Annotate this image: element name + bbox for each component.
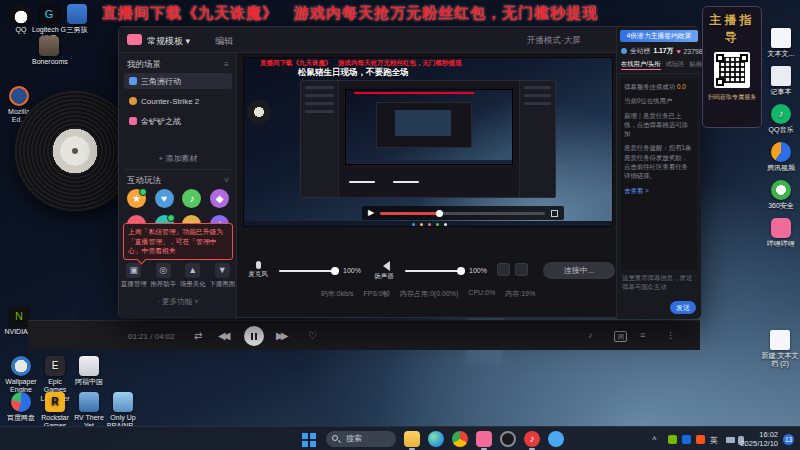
danmaku-message: 悬赏任务提醒：您有1条悬赏任务待发放奖励，点击前往社区查看任务详情链接。 (624, 143, 694, 180)
start-button[interactable] (302, 433, 308, 439)
nvidia-tray-icon[interactable] (668, 435, 677, 444)
stream-preview-canvas[interactable]: 直播间下载《九天诛魔》 游戏内每天抢万元粉丝红包，无门槛秒提现 松鼠猪生日现场，… (243, 57, 613, 227)
edit-button[interactable]: 编辑 (215, 35, 233, 48)
scenes-section-title: 我的场景 ≡ (127, 59, 229, 71)
edge-browser-icon[interactable] (428, 431, 444, 447)
anchor-signing-promo-banner[interactable]: 4倍潜力主播签约政策 (620, 30, 698, 42)
qq-taskbar-icon[interactable] (548, 431, 564, 447)
desktop-icon-afu[interactable]: 阿福中国 (72, 356, 106, 386)
desktop-icon-360[interactable]: 360安全 (764, 180, 798, 210)
desktop-icon-tencent-video[interactable]: 腾讯视频 (764, 142, 798, 172)
microphone-control[interactable]: 麦克风 (243, 261, 273, 279)
scene-icon (129, 97, 137, 105)
tray-app-icon[interactable] (682, 435, 691, 444)
tool-label: 推荐助手 (150, 280, 177, 289)
offline-screen-icon: ▼ (215, 263, 230, 278)
speaker-volume-slider[interactable] (405, 270, 461, 272)
danmaku-input-hint[interactable]: 这里显示弹幕信息，发送弹幕与观众互动 (617, 274, 701, 292)
desktop-icon-wallpaper-engine[interactable]: Wallpaper Engine (4, 356, 38, 395)
file-explorer-icon[interactable] (404, 431, 420, 447)
scenes-menu-icon[interactable]: ≡ (224, 59, 229, 71)
add-material-button[interactable]: + 添加素材 (119, 153, 237, 164)
desktop-icon-sannanhai[interactable]: 三男孩 (60, 4, 94, 34)
video-progress-bar (380, 212, 545, 215)
desktop-icon-qq-music[interactable]: ♪ QQ音乐 (764, 104, 798, 134)
interactive-feature-icon[interactable]: ◆ (210, 189, 229, 208)
cpu-status: CPU:0% (468, 289, 495, 299)
microphone-volume-slider[interactable] (279, 270, 335, 272)
desktop-icon-label: 阿福中国 (72, 378, 106, 386)
desktop-icon-bilibili[interactable]: 哔哩哔哩 (764, 218, 798, 248)
tray-app-icon[interactable] (696, 435, 705, 444)
more-options-icon[interactable]: ⋮ (666, 330, 675, 340)
send-button[interactable]: 发送 (670, 301, 696, 314)
connecting-button[interactable]: 连接中... (543, 262, 615, 279)
desktop-icon-notepad[interactable]: 记事本 (764, 66, 798, 96)
interactive-feature-icon[interactable]: ♪ (182, 189, 201, 208)
tab-trial-zone[interactable]: 试玩区 (666, 60, 685, 70)
memory-usage-status: 内存占用:0(0.00%) (400, 289, 458, 299)
preview-nested-app-window (300, 80, 556, 198)
desktop-icon-only-up[interactable]: Only Up BRAINR... (106, 392, 140, 431)
message-text: 弹幕服务连接成功 (624, 83, 675, 90)
stream-status-bar: 码率:0kb/s FPS:0帧 内存占用:0(0.00%) CPU:0% 内存:… (243, 289, 613, 299)
tool-live-manage[interactable]: ▣ 直播管理 (120, 263, 147, 289)
scene-template-selector[interactable]: 常规模板 ▾ (147, 35, 190, 48)
network-icon[interactable] (726, 437, 735, 443)
microphone-volume-value: 100% (343, 267, 361, 274)
collapse-chevron-icon[interactable]: ˅ (224, 175, 229, 187)
speaker-control[interactable]: 扬声器 (369, 261, 399, 281)
tray-expand-chevron-icon[interactable]: ˄ (652, 434, 657, 443)
desktop: QQ G Logitech G HUB 三男孩 Bonerooms Mozill… (0, 0, 800, 450)
previous-track-icon[interactable]: ◀◀ (218, 330, 227, 342)
desktop-icon-rockstar[interactable]: R Rockstar Games (38, 392, 72, 431)
preview-mic-slider (349, 181, 375, 183)
bilibili-tv-logo-icon (127, 34, 142, 45)
clock[interactable]: 16:02 2025/12/10 (740, 430, 778, 449)
lyrics-button[interactable]: 词 (614, 331, 627, 342)
interactive-feature-icon[interactable]: ♥ (155, 189, 174, 208)
fullscreen-icon (551, 210, 558, 217)
interactive-section-title: 互动玩法 ˅ (127, 175, 229, 187)
playlist-icon[interactable]: ≡ (640, 330, 645, 340)
scene-beautify-icon: ▲ (185, 263, 200, 278)
interactive-feature-icon[interactable]: ★ (127, 189, 146, 208)
more-features-link[interactable]: · 更多功能 ˅ (119, 297, 237, 307)
filter-button-icon[interactable] (515, 263, 528, 276)
tool-offline-screen[interactable]: ▼ 下播画面 (209, 263, 236, 289)
scene-item[interactable]: Counter-Strike 2 (124, 93, 232, 109)
input-language-indicator[interactable]: 英 (710, 435, 718, 446)
obs-icon[interactable] (500, 431, 516, 447)
desktop-icon-new-textdoc[interactable]: 新建 文本文档 (2) (760, 330, 800, 369)
pause-button[interactable] (244, 326, 264, 346)
scene-item[interactable]: 金铲铲之战 (124, 113, 232, 129)
game-icon (113, 392, 133, 412)
tool-recommend-helper[interactable]: ◎ 推荐助手 (150, 263, 177, 289)
scene-item[interactable]: 三角洲行动 (124, 73, 232, 89)
stream-mode-label[interactable]: 开播模式·大屏 (527, 35, 581, 47)
bilibili-live-icon[interactable] (476, 431, 492, 447)
music-icon: ♪ (771, 104, 791, 124)
bilibili-live-streaming-app-window: 常规模板 ▾ 编辑 开播模式·大屏 我的场景 ≡ 三角洲行动 Counter-S… (118, 26, 700, 318)
wallpaper-engine-icon (11, 356, 31, 376)
chrome-browser-icon[interactable] (452, 431, 468, 447)
music-total-time: 04:02 (155, 332, 175, 341)
desktop-icon-bonerooms[interactable]: Bonerooms (32, 36, 66, 66)
desktop-icon-baidu[interactable]: 百度网盘 (4, 392, 38, 422)
view-more-link[interactable]: 去查看 > (624, 186, 694, 195)
tab-online-users[interactable]: 在线用户/头衔 (621, 60, 661, 70)
notification-count-badge[interactable]: 13 (783, 434, 794, 445)
audio-quality-icon[interactable]: ♪ (588, 330, 593, 340)
desktop-icon-rv-there-yet[interactable]: RV There Yet (72, 392, 106, 431)
like-heart-icon[interactable]: ♡ (308, 330, 317, 342)
desktop-icon-textfile[interactable]: 文本文... (764, 28, 798, 58)
scenes-title-text: 我的场景 (127, 59, 161, 71)
next-track-icon[interactable]: ▶▶ (276, 330, 285, 342)
tab-stickers[interactable]: 贴画 (689, 60, 702, 70)
tool-scene-beautify[interactable]: ▲ 场景美化 (179, 263, 206, 289)
taskbar-search[interactable]: 搜索 (326, 431, 396, 447)
shuffle-icon[interactable]: ⇄ (194, 330, 202, 342)
materials-button-icon[interactable] (497, 263, 510, 276)
fps-status: FPS:0帧 (364, 289, 390, 299)
netease-music-icon[interactable]: ♪ (524, 431, 540, 447)
